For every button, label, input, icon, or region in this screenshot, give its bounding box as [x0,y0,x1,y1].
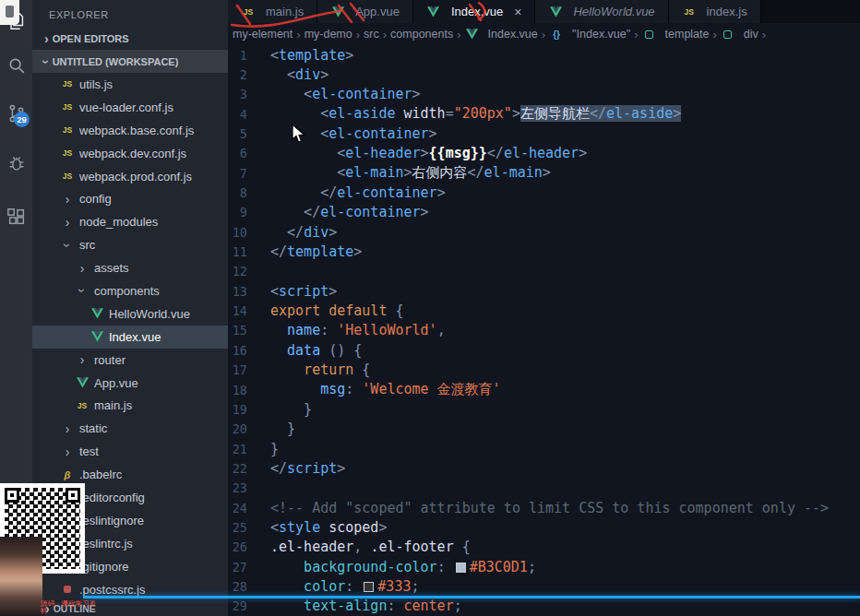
tab-HelloWorld.vue[interactable]: HelloWorld.vue [535,0,668,23]
tree-item-webpack.prod.conf.js[interactable]: JSwebpack.prod.conf.js [32,165,228,188]
code-line: 16 data () { [228,340,860,360]
tab-Index.vue[interactable]: Index.vue× [413,0,536,23]
breadcrumb-item[interactable]: src [364,28,379,41]
token: export default [270,302,387,319]
symbol-icon [721,30,735,39]
code-line: 13<script> [228,281,860,301]
babel-icon: β [60,469,75,480]
line-number: 10 [228,225,270,240]
code-text: return { [270,361,370,378]
tree-item-assets[interactable]: ›assets [32,256,228,279]
tree-item-webpack.base.conf.js[interactable]: JSwebpack.base.conf.js [32,119,228,142]
token: > [328,224,337,241]
token: el-container [337,184,436,201]
line-number: 19 [228,402,270,417]
token: } [270,421,295,437]
token: 左侧导航栏 [520,105,590,122]
token: } [270,401,312,418]
tree-item-components[interactable]: ›components [32,279,228,302]
token: center [404,598,454,614]
js-icon: JS [60,125,75,135]
breadcrumb-item[interactable]: my-element [233,28,293,41]
token: < [270,519,279,536]
workspace-header[interactable]: › UNTITLED (WORKSPACE) [32,50,228,73]
vscode-window: 29 EXPLORER › OPEN EDITORS › UNTITLED (W… [0,0,860,616]
line-number: 27 [228,560,270,575]
breadcrumb-item[interactable]: template [642,28,710,41]
token: = [446,105,454,122]
tree-item-test[interactable]: ›test [32,440,228,463]
code-line: 1<template> [228,45,860,65]
search-icon[interactable] [0,48,32,83]
token: return [270,361,353,378]
tree-item-Index.vue[interactable]: Index.vue [32,326,228,349]
line-number: 18 [228,383,270,397]
code-text: .el-header, .el-footer { [270,539,471,555]
token: div [304,224,328,241]
token: div [295,66,320,83]
file-label: .eslintignore [79,514,144,527]
line-number: 21 [228,442,270,456]
code-line: 14export default { [228,301,860,320]
open-editors-label: OPEN EDITORS [53,33,129,44]
breadcrumb-item[interactable]: div [721,28,758,41]
tree-item-HelloWorld.vue[interactable]: HelloWorld.vue [32,302,228,326]
token: > [345,47,353,64]
breadcrumb-label: my-demo [305,28,352,41]
line-number: 15 [228,323,270,338]
token: > [353,243,362,260]
chevron-right-icon: › [60,422,75,435]
code-text: </div> [270,224,337,241]
file-label: static [79,421,107,435]
chevron-separator-icon: › [541,28,546,41]
tree-item-vue-loader.conf.js[interactable]: JSvue-loader.conf.js [32,96,228,119]
token: , [437,322,446,338]
token: #333 [377,578,411,595]
postcss-icon [60,586,75,593]
debug-icon[interactable] [0,146,32,181]
code-line: 21} [228,439,860,458]
open-editors-header[interactable]: › OPEN EDITORS [32,27,228,50]
token: {{msg}} [429,145,487,161]
token: </ [270,184,337,201]
line-number: 22 [228,461,270,476]
token: ; [454,598,462,614]
code-editor[interactable]: 1<template>2 <div>3 <el-container>4 <el-… [228,45,860,616]
line-number: 29 [228,598,270,613]
code-text: name: 'HelloWorld', [270,322,446,338]
tree-item-router[interactable]: ›router [32,349,228,372]
tree-item-webpack.dev.conf.js[interactable]: JSwebpack.dev.conf.js [32,142,228,165]
breadcrumb-item[interactable]: components [390,28,453,41]
js-icon: JS [60,79,75,89]
code-line: 28 color: #333; [228,576,860,596]
file-label: src [79,238,95,252]
breadcrumb-item[interactable]: my-demo [305,28,352,41]
tree-item-src[interactable]: ›src [32,233,228,256]
tab-bar: JSmain.jsApp.vueIndex.vue×HelloWorld.vue… [228,0,860,23]
code-text: msg: 'Welcome 金渡教育' [270,381,501,398]
tree-item-node_modules[interactable]: ›node_modules [32,210,228,233]
token: </ [270,243,287,260]
file-label: Index.vue [109,330,161,344]
tab-App.vue[interactable]: App.vue [317,0,413,23]
tree-item-config[interactable]: ›config [32,187,228,210]
token: { [353,361,370,378]
token: < [270,164,345,181]
token: </ [590,105,606,122]
token: > [378,519,387,536]
tree-item-static[interactable]: ›static [32,417,228,440]
tab-index.js[interactable]: JSindex.js [669,0,761,23]
tree-item-App.vue[interactable]: App.vue [32,372,228,395]
extensions-icon[interactable] [0,199,32,234]
token: <!-- Add "scoped" attribute to limit CSS… [270,500,829,516]
breadcrumb-item[interactable]: {}"Index.vue" [549,28,630,41]
token: </ [270,204,320,220]
tree-item-main.js[interactable]: JSmain.js [32,394,228,417]
breadcrumb-item[interactable]: Index.vue [465,28,538,41]
close-icon[interactable]: × [514,5,521,19]
breadcrumb-label: "Index.vue" [572,28,630,41]
token: name [270,322,320,338]
tab-main.js[interactable]: JSmain.js [228,0,317,23]
line-number: 12 [228,264,270,278]
tree-item-utils.js[interactable]: JSutils.js [32,73,228,96]
